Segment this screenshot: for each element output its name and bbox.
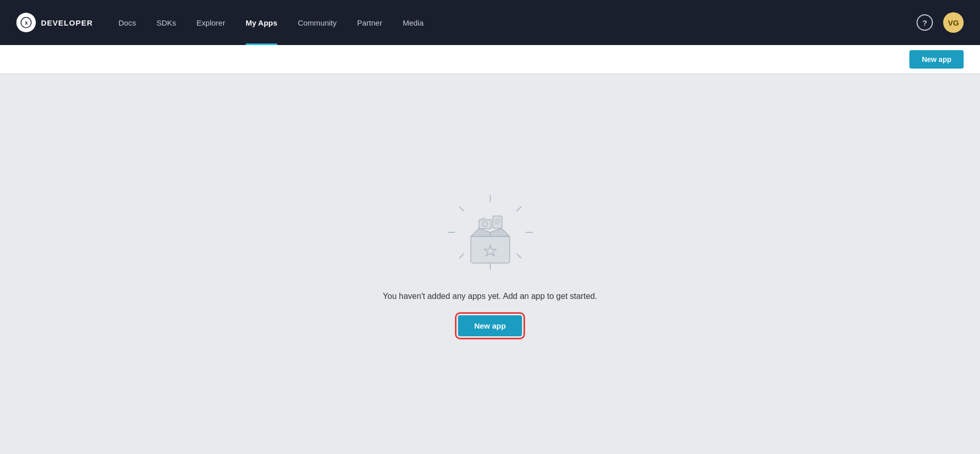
new-app-center-button[interactable]: New app xyxy=(458,315,522,336)
svg-rect-15 xyxy=(493,216,502,228)
navbar: x DEVELOPER Docs SDKs Explorer My Apps C… xyxy=(0,0,980,45)
svg-rect-12 xyxy=(479,220,491,229)
empty-state-message: You haven't added any apps yet. Add an a… xyxy=(383,292,597,301)
svg-line-6 xyxy=(460,207,464,211)
nav-right: ? VG xyxy=(917,12,964,33)
avatar[interactable]: VG xyxy=(943,12,964,33)
help-button[interactable]: ? xyxy=(917,14,933,31)
developer-label: DEVELOPER xyxy=(41,18,93,27)
svg-rect-10 xyxy=(471,236,510,263)
logo[interactable]: x DEVELOPER xyxy=(16,13,93,32)
nav-partner[interactable]: Partner xyxy=(348,0,391,45)
nav-media[interactable]: Media xyxy=(394,0,433,45)
new-app-header-button[interactable]: New app xyxy=(909,50,964,69)
main-content: You haven't added any apps yet. Add an a… xyxy=(0,74,980,454)
nav-my-apps[interactable]: My Apps xyxy=(236,0,287,45)
svg-line-9 xyxy=(517,254,521,258)
nav-docs[interactable]: Docs xyxy=(110,0,145,45)
empty-state-illustration xyxy=(444,191,536,275)
svg-text:x: x xyxy=(25,20,28,26)
nav-explorer[interactable]: Explorer xyxy=(187,0,234,45)
nav-community[interactable]: Community xyxy=(289,0,346,45)
svg-line-7 xyxy=(517,207,521,211)
svg-line-8 xyxy=(460,254,464,258)
svg-rect-14 xyxy=(482,218,485,220)
subheader: New app xyxy=(0,45,980,74)
xero-logo-circle: x xyxy=(16,13,36,32)
nav-sdks[interactable]: SDKs xyxy=(147,0,185,45)
nav-links: Docs SDKs Explorer My Apps Community Par… xyxy=(110,0,433,45)
